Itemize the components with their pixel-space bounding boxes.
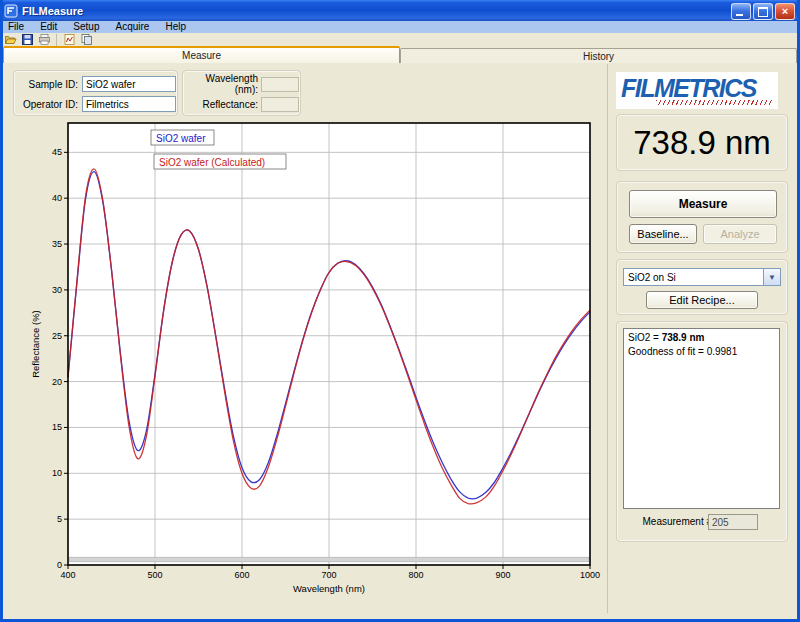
reflectance-label: Reflectance: [185,99,258,110]
svg-text:500: 500 [147,570,162,580]
svg-text:1000: 1000 [580,570,600,580]
svg-text:20: 20 [52,377,62,387]
logo-hatch-decoration [656,100,772,105]
menu-setup[interactable]: Setup [65,21,107,33]
app-icon [4,4,18,18]
toolbar [0,33,800,46]
sample-info-group: Sample ID: Operator ID: [13,70,178,116]
svg-text:700: 700 [321,570,336,580]
result-line-fit: Goodness of fit = 0.9981 [628,345,775,359]
tab-history-label: History [583,51,614,62]
svg-text:400: 400 [60,570,75,580]
title-bar: FILMeasure × [0,0,800,21]
baseline-button[interactable]: Baseline... [629,224,697,244]
svg-text:SiO2 wafer: SiO2 wafer [156,133,206,144]
window-title: FILMeasure [22,5,83,17]
edit-recipe-button[interactable]: Edit Recipe... [646,291,758,309]
tab-measure-label: Measure [182,50,221,61]
svg-text:800: 800 [408,570,423,580]
menu-help[interactable]: Help [157,21,194,33]
save-icon[interactable] [20,33,34,46]
minimize-button[interactable] [731,3,751,20]
svg-text:Wavelength (nm): Wavelength (nm) [293,583,365,594]
measurement-number-label: Measurement # [643,516,712,527]
measure-button[interactable]: Measure [629,190,777,218]
wavelength-label: Wavelength (nm): [185,73,258,95]
open-icon[interactable] [3,33,17,46]
recipe-selected-value: SiO2 on Si [624,272,763,283]
analyze-button[interactable]: Analyze [703,224,777,244]
svg-text:5: 5 [57,514,62,524]
filmeasure-window: FILMeasure × File Edit Setup Acquire Hel… [0,0,800,622]
sample-id-input[interactable] [82,76,176,92]
svg-text:10: 10 [52,468,62,478]
svg-text:35: 35 [52,239,62,249]
svg-text:Reflectance (%): Reflectance (%) [30,310,41,378]
tab-measure[interactable]: Measure [3,46,400,63]
result-line-thickness: SiO2 = 738.9 nm [628,331,775,345]
results-box: SiO2 = 738.9 nm Goodness of fit = 0.9981 [623,328,780,509]
toolbar-separator [56,34,57,46]
reflectance-field[interactable] [261,97,299,112]
spectrum-chart: 4005006007008009001000051015202530354045… [26,118,604,610]
filmetrics-logo: FILMETRICS [616,72,778,109]
close-button[interactable]: × [775,3,795,20]
sample-id-label: Sample ID: [18,79,78,90]
operator-id-input[interactable] [82,96,176,112]
svg-text:15: 15 [52,422,62,432]
thickness-value: 738.9 nm [633,124,771,162]
svg-text:25: 25 [52,331,62,341]
copy-icon[interactable] [79,33,93,46]
svg-text:600: 600 [234,570,249,580]
svg-text:900: 900 [495,570,510,580]
actions-group: Measure Baseline... Analyze [616,181,788,253]
menu-bar: File Edit Setup Acquire Help [0,21,800,33]
thickness-readout-box: 738.9 nm [616,114,788,171]
tab-bar: Measure History [3,46,797,63]
operator-id-label: Operator ID: [18,99,78,110]
panel-divider [607,64,608,613]
spectrum-svg: 4005006007008009001000051015202530354045… [26,118,604,610]
menu-acquire[interactable]: Acquire [108,21,158,33]
wavelength-field[interactable] [261,77,299,92]
svg-text:30: 30 [52,285,62,295]
svg-text:SiO2 wafer (Calculated): SiO2 wafer (Calculated) [159,157,265,168]
tab-history[interactable]: History [400,48,797,63]
restore-button[interactable] [753,3,773,20]
svg-text:0: 0 [57,560,62,570]
svg-text:40: 40 [52,193,62,203]
recipe-select[interactable]: SiO2 on Si ▼ [623,268,781,286]
print-icon[interactable] [37,33,51,46]
readout-group: Wavelength (nm): Reflectance: [182,70,301,116]
menu-edit[interactable]: Edit [32,21,65,33]
svg-text:45: 45 [52,147,62,157]
chevron-down-icon[interactable]: ▼ [763,269,780,285]
spectrum-icon[interactable] [62,33,76,46]
menu-file[interactable]: File [0,21,32,33]
measurement-number-field[interactable] [708,514,758,530]
measurement-number-row: Measurement # [616,514,788,530]
logo-text: FILMETRICS [621,74,756,103]
